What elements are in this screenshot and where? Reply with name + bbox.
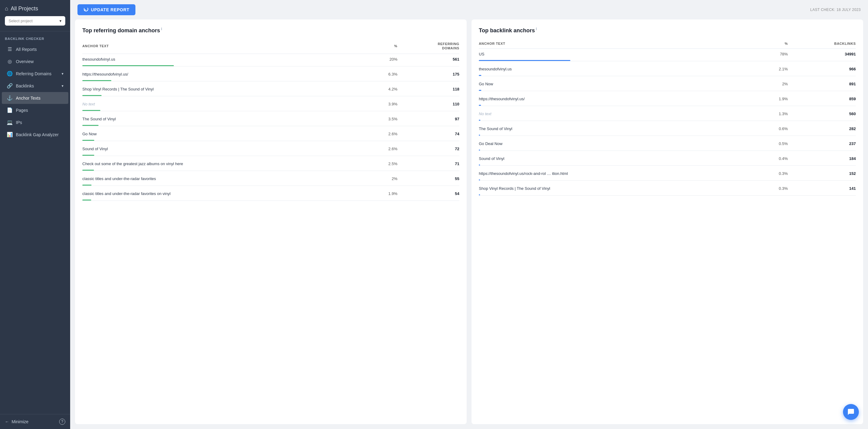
all-projects-link[interactable]: ⌂ All Projects bbox=[5, 5, 65, 12]
link-icon: 🔗 bbox=[7, 83, 13, 89]
sidebar-item-anchor-texts[interactable]: ⚓ Anchor Texts bbox=[2, 92, 68, 104]
table-row: thesoundofvinyl.us2.1%966 bbox=[479, 64, 856, 73]
anchor-text-cell: Go Now bbox=[82, 129, 371, 138]
table-row: No text1.3%560 bbox=[479, 108, 856, 118]
anchor-text-cell: thesoundofvinyl.us bbox=[82, 54, 371, 63]
sidebar-item-all-reports[interactable]: ☰ All Reports bbox=[2, 43, 68, 55]
value-cell: 175 bbox=[397, 69, 459, 78]
anchor-text-cell: Check out some of the greatest jazz albu… bbox=[82, 159, 371, 168]
right-panel: Top backlink anchors i ANCHOR TEXT % BAC… bbox=[471, 20, 863, 424]
bar-cell bbox=[82, 183, 459, 188]
table-row: The Sound of Vinyl0.6%282 bbox=[479, 123, 856, 133]
percent-cell: 1.3% bbox=[760, 108, 788, 118]
project-select-placeholder: Select project bbox=[8, 19, 33, 23]
percent-cell: 3.5% bbox=[371, 114, 397, 123]
chevron-icon: ▾ bbox=[62, 72, 63, 76]
anchor-text-cell: https://thesoundofvinyl.us/ bbox=[479, 94, 760, 103]
value-cell: 560 bbox=[788, 108, 856, 118]
col-backlinks-header: BACKLINKS bbox=[788, 40, 856, 49]
value-cell: 966 bbox=[788, 64, 856, 73]
bar-cell bbox=[82, 198, 459, 203]
value-cell: 859 bbox=[788, 94, 856, 103]
anchor-text-cell: Sound of Vinyl bbox=[82, 143, 371, 153]
value-cell: 34991 bbox=[788, 49, 856, 59]
bar-row bbox=[82, 183, 459, 188]
anchor-icon: ⚓ bbox=[7, 95, 13, 101]
help-button[interactable]: ? bbox=[59, 419, 65, 425]
arrow-left-icon: ← bbox=[5, 419, 9, 424]
chat-button[interactable] bbox=[843, 404, 859, 420]
anchor-text-cell: https://thesoundofvinyl.us/ bbox=[82, 69, 371, 78]
content-area: Top referring domain anchors i ANCHOR TE… bbox=[70, 20, 868, 429]
minimize-button[interactable]: ← Minimize bbox=[5, 419, 28, 424]
table-row: Shop Vinyl Records | The Sound of Vinyl0… bbox=[479, 183, 856, 193]
bar-row bbox=[82, 198, 459, 203]
bar-row bbox=[479, 178, 856, 183]
bar-row bbox=[479, 133, 856, 138]
percent-cell: 2.1% bbox=[760, 64, 788, 73]
section-label: BACKLINK CHECKER bbox=[0, 31, 70, 43]
bar-row bbox=[82, 93, 459, 99]
table-row: https://thesoundofvinyl.us/rock-and-rol … bbox=[479, 168, 856, 178]
anchor-text-cell: Go Now bbox=[479, 78, 760, 88]
bar-cell bbox=[479, 88, 856, 94]
value-cell: 561 bbox=[397, 54, 459, 63]
sidebar-item-label: Backlink Gap Analyzer bbox=[16, 132, 59, 137]
table-row: Go Now2.6%74 bbox=[82, 129, 459, 138]
bar-row bbox=[479, 193, 856, 198]
bar-row bbox=[479, 73, 856, 78]
value-cell: 891 bbox=[788, 78, 856, 88]
percent-cell: 3.9% bbox=[371, 99, 397, 108]
value-cell: 237 bbox=[788, 138, 856, 148]
globe-icon: 🌐 bbox=[7, 71, 13, 76]
sidebar-item-label: Anchor Texts bbox=[16, 96, 40, 101]
sidebar-item-backlinks[interactable]: 🔗 Backlinks ▾ bbox=[2, 80, 68, 92]
value-cell: 152 bbox=[788, 168, 856, 178]
bar-row bbox=[479, 103, 856, 108]
table-row: Go Deal Now0.5%237 bbox=[479, 138, 856, 148]
table-row: Sound of Vinyl0.4%184 bbox=[479, 153, 856, 163]
update-report-button[interactable]: UPDATE REPORT bbox=[78, 4, 135, 15]
bar-cell bbox=[82, 78, 459, 84]
sidebar-item-referring-domains[interactable]: 🌐 Referring Domains ▾ bbox=[2, 68, 68, 79]
bar-cell bbox=[479, 133, 856, 138]
sidebar-item-label: IPs bbox=[16, 120, 22, 125]
value-cell: 184 bbox=[788, 153, 856, 163]
no-text-label: No text bbox=[82, 102, 95, 106]
value-cell: 141 bbox=[788, 183, 856, 193]
percent-cell: 6.3% bbox=[371, 69, 397, 78]
bar-row bbox=[479, 58, 856, 64]
table-row: US78%34991 bbox=[479, 49, 856, 59]
bar-row bbox=[82, 123, 459, 129]
sidebar: ⌂ All Projects Select project ▾ BACKLINK… bbox=[0, 0, 70, 429]
table-row: Shop Vinyl Records | The Sound of Vinyl4… bbox=[82, 84, 459, 93]
sidebar-item-backlink-gap[interactable]: 📊 Backlink Gap Analyzer bbox=[2, 129, 68, 140]
anchor-text-cell: Sound of Vinyl bbox=[479, 153, 760, 163]
circle-icon: ◎ bbox=[7, 59, 13, 64]
anchor-text-cell: The Sound of Vinyl bbox=[82, 114, 371, 123]
anchor-text-cell: classic titles and under-the-radar favor… bbox=[82, 188, 371, 198]
project-select[interactable]: Select project ▾ bbox=[5, 16, 65, 26]
sidebar-item-overview[interactable]: ◎ Overview bbox=[2, 56, 68, 67]
sidebar-item-pages[interactable]: 📄 Pages bbox=[2, 104, 68, 116]
bar-row bbox=[82, 153, 459, 159]
bar-row bbox=[82, 63, 459, 69]
bar-row bbox=[82, 78, 459, 84]
value-cell: 71 bbox=[397, 159, 459, 168]
anchor-text-cell: Go Deal Now bbox=[479, 138, 760, 148]
chevron-down-icon: ▾ bbox=[60, 19, 62, 23]
bar-cell bbox=[479, 118, 856, 123]
anchor-text-cell: No text bbox=[82, 99, 371, 108]
refresh-icon bbox=[84, 7, 88, 12]
last-check-label: LAST CHECK: 18 JULY 2023 bbox=[810, 8, 861, 12]
bar-cell bbox=[82, 123, 459, 129]
value-cell: 55 bbox=[397, 173, 459, 183]
bar-cell bbox=[82, 93, 459, 99]
main-content: UPDATE REPORT LAST CHECK: 18 JULY 2023 T… bbox=[70, 0, 868, 429]
no-text-label: No text bbox=[479, 111, 491, 116]
sidebar-item-ips[interactable]: 💻 IPs bbox=[2, 117, 68, 128]
update-report-label: UPDATE REPORT bbox=[91, 7, 129, 12]
bar-cell bbox=[479, 193, 856, 198]
value-cell: 72 bbox=[397, 143, 459, 153]
percent-cell: 4.2% bbox=[371, 84, 397, 93]
